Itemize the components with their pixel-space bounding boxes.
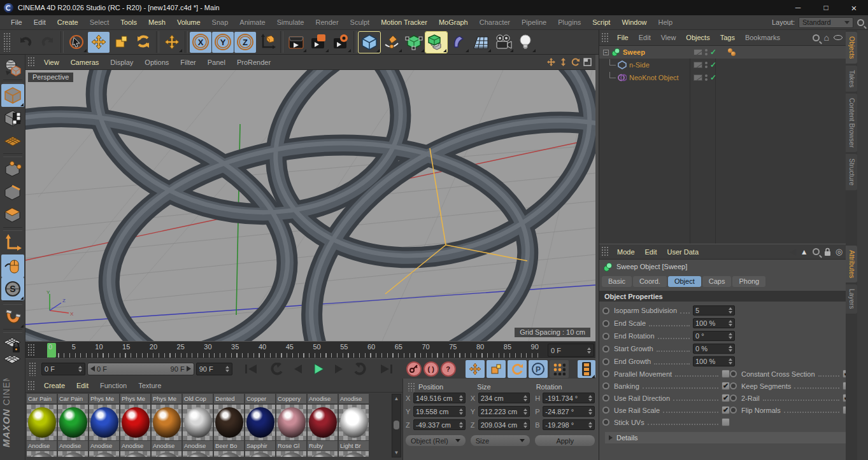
- material-name[interactable]: Anodise: [27, 441, 57, 450]
- material-name[interactable]: Anodise: [58, 441, 88, 450]
- material-preview[interactable]: [278, 407, 306, 438]
- end-rotation-field[interactable]: 0 °: [693, 331, 735, 341]
- toggle-single-view-icon[interactable]: [583, 58, 592, 67]
- menu-create[interactable]: Create: [52, 18, 84, 26]
- scroll-thumb[interactable]: [394, 421, 399, 429]
- next-key-button[interactable]: [351, 360, 370, 378]
- banking-checkbox[interactable]: [722, 382, 730, 390]
- spinner-icon[interactable]: [588, 395, 592, 401]
- use-rail-scale-checkbox[interactable]: [722, 406, 730, 414]
- spinner-icon[interactable]: [729, 345, 732, 352]
- material-item[interactable]: [308, 405, 338, 440]
- search-icon[interactable]: [813, 248, 820, 255]
- material-menu-function[interactable]: Function: [94, 382, 132, 389]
- anim-dot-icon[interactable]: [730, 370, 737, 377]
- anim-dot-icon[interactable]: [730, 382, 737, 389]
- redo-button[interactable]: [37, 32, 59, 53]
- menu-help[interactable]: Help: [653, 18, 679, 26]
- z-axis-lock-button[interactable]: Z: [234, 32, 256, 53]
- anim-dot-icon[interactable]: [602, 307, 609, 314]
- anim-dot-icon[interactable]: [602, 320, 609, 327]
- add-subdivision-surface-button[interactable]: [403, 32, 425, 53]
- anim-dot-icon[interactable]: [602, 358, 609, 365]
- material-name[interactable]: Sapphir: [245, 441, 275, 450]
- material-item-partial[interactable]: [276, 451, 306, 457]
- material-preview[interactable]: [59, 407, 87, 438]
- am-menu-edit[interactable]: Edit: [640, 248, 662, 256]
- material-item[interactable]: [245, 405, 275, 440]
- panel-grip[interactable]: [3, 32, 11, 52]
- frame-start-field[interactable]: 0 F: [41, 363, 85, 375]
- viewport-menu-options[interactable]: Options: [139, 59, 174, 66]
- record-keyframe-button[interactable]: [406, 361, 422, 377]
- om-menu-bookmarks[interactable]: Bookmarks: [740, 34, 785, 41]
- material-name[interactable]: Car Pain: [58, 394, 88, 403]
- anim-dot-icon[interactable]: [730, 407, 737, 414]
- collapse-icon[interactable]: −: [603, 50, 609, 55]
- scroll-down-icon[interactable]: ▼: [392, 449, 401, 457]
- edges-mode-button[interactable]: [1, 181, 24, 204]
- material-preview[interactable]: [28, 407, 56, 438]
- spinner-icon[interactable]: [587, 347, 591, 354]
- size-z-field[interactable]: 209.034 cm: [478, 419, 530, 430]
- render-picture-viewer-button[interactable]: [308, 32, 329, 53]
- material-name[interactable]: Car Pain: [27, 394, 57, 403]
- scale-tool-button[interactable]: [110, 32, 132, 53]
- tab-object[interactable]: Object: [668, 276, 701, 287]
- workplane-mode-button[interactable]: [1, 130, 24, 153]
- material-item[interactable]: [152, 405, 181, 440]
- tab-content-browser[interactable]: Content Browser: [846, 94, 857, 152]
- pan-view-icon[interactable]: [546, 58, 555, 67]
- tab-structure[interactable]: Structure: [846, 154, 857, 190]
- material-item-partial[interactable]: [89, 451, 119, 457]
- rotation-h-field[interactable]: -191.734 °: [543, 393, 595, 403]
- menu-window[interactable]: Window: [616, 18, 652, 26]
- use-rail-direction-checkbox[interactable]: [722, 394, 730, 402]
- tab-coord[interactable]: Coord.: [633, 276, 667, 287]
- am-menu-userdata[interactable]: User Data: [662, 248, 704, 256]
- open-timeline-button[interactable]: [578, 360, 595, 378]
- minimize-button[interactable]: ─: [784, 0, 812, 15]
- material-item-partial[interactable]: [58, 451, 88, 457]
- material-preview[interactable]: [246, 407, 274, 438]
- section-header[interactable]: Object Properties: [599, 291, 857, 302]
- spinner-icon[interactable]: [459, 408, 463, 415]
- visibility-dots-icon[interactable]: [705, 62, 708, 68]
- add-deformer-button[interactable]: [448, 32, 469, 53]
- texture-mode-button[interactable]: [1, 107, 24, 130]
- material-item[interactable]: [276, 405, 306, 440]
- add-primitive-button[interactable]: [359, 32, 380, 53]
- menu-tools[interactable]: Tools: [115, 18, 143, 26]
- render-view-button[interactable]: [285, 32, 307, 53]
- object-name[interactable]: NeoKnot Object: [629, 74, 679, 81]
- menu-script[interactable]: Script: [587, 18, 616, 26]
- add-sweep-button[interactable]: [425, 32, 447, 53]
- goto-end-button[interactable]: [377, 360, 396, 378]
- viewport-menu-display[interactable]: Display: [104, 59, 139, 66]
- tab-basic[interactable]: Basic: [602, 276, 632, 287]
- spinner-icon[interactable]: [523, 422, 527, 428]
- add-spline-button[interactable]: [381, 32, 402, 53]
- timeline-ruler[interactable]: 051015202530354045505560657075808590 0 F: [25, 341, 595, 358]
- last-tool-button[interactable]: [161, 32, 183, 53]
- end-growth-field[interactable]: 100 %: [693, 356, 735, 366]
- planar-workplane-button[interactable]: [1, 356, 24, 369]
- visibility-dots-icon[interactable]: [705, 74, 708, 81]
- spinner-icon[interactable]: [729, 333, 732, 339]
- enabled-check-icon[interactable]: ✓: [710, 48, 716, 57]
- material-item-partial[interactable]: [245, 451, 275, 457]
- material-preview[interactable]: [90, 407, 118, 438]
- om-menu-file[interactable]: File: [612, 34, 634, 41]
- undo-button[interactable]: [15, 32, 36, 53]
- material-name[interactable]: Anodise: [308, 394, 338, 403]
- current-frame-field[interactable]: 0 F: [548, 344, 594, 357]
- spinner-icon[interactable]: [729, 358, 732, 365]
- layout-dropdown[interactable]: Standard: [799, 17, 853, 28]
- layer-icon[interactable]: [694, 74, 702, 81]
- object-row-nside[interactable]: n-Side ✓: [599, 59, 857, 71]
- position-y-field[interactable]: 19.558 cm: [413, 406, 466, 417]
- parallel-movement-checkbox[interactable]: [722, 370, 730, 378]
- panel-grip[interactable]: [27, 57, 36, 67]
- material-name[interactable]: Anodise: [339, 394, 369, 403]
- tab-attributes[interactable]: Attributes: [846, 246, 857, 282]
